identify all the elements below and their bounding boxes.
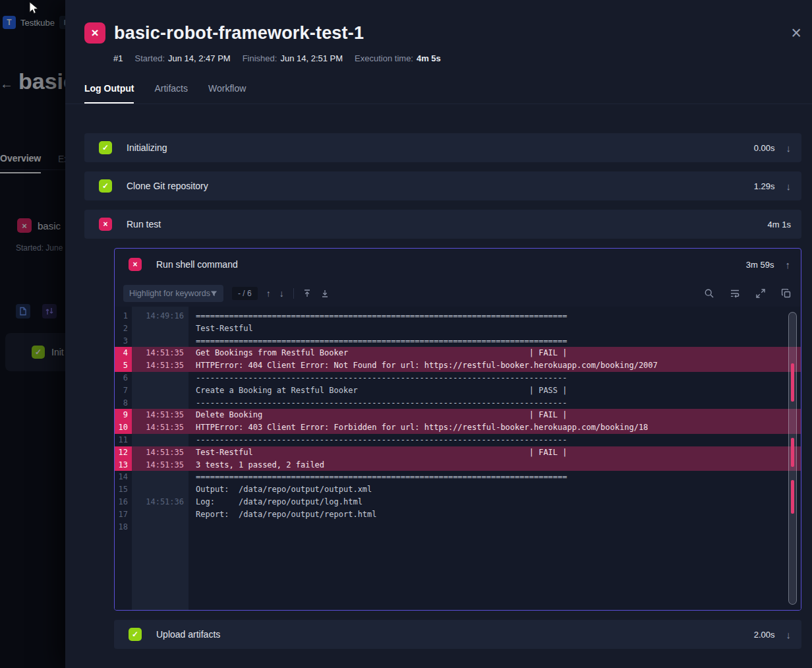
minimap-fail-marker (791, 363, 794, 401)
previous-match-arrow-up-icon[interactable]: ↑ (266, 288, 271, 299)
log-line: 14======================================… (115, 471, 801, 483)
step-row-run-test[interactable]: × Run test 4m 1s (84, 210, 801, 239)
line-text: ========================================… (188, 310, 567, 322)
chevron-down-icon[interactable]: ↓ (786, 629, 792, 640)
log-line: 3=======================================… (115, 335, 801, 348)
line-timestamp (132, 483, 188, 496)
line-number: 10 (115, 421, 132, 434)
highlight-keywords-placeholder: Highlight for keywords (129, 289, 210, 298)
filter-icon (210, 290, 218, 297)
next-match-arrow-down-icon[interactable]: ↓ (279, 288, 284, 299)
tab-workflow[interactable]: Workflow (208, 83, 246, 104)
step-label: Initializing (127, 142, 167, 153)
highlight-keywords-input[interactable]: Highlight for keywords (123, 285, 223, 302)
line-text: Get Bookings from Restful Booker | FAIL … (188, 347, 567, 359)
chevron-up-icon[interactable]: ↑ (786, 259, 791, 270)
log-lines: 114:49:16===============================… (115, 310, 801, 533)
line-timestamp: 14:51:35 (132, 459, 188, 471)
line-text (188, 521, 196, 533)
mouse-cursor (29, 1, 40, 18)
execution-card-title[interactable]: basic (38, 220, 61, 231)
divider (0, 169, 65, 170)
chevron-down-icon[interactable]: ↓ (786, 142, 792, 154)
tab-log-output[interactable]: Log Output (84, 83, 134, 104)
toolbar-divider (293, 288, 294, 299)
log-line: 18 (115, 521, 801, 533)
line-number: 1 (115, 310, 132, 322)
step-label: Run shell command (156, 259, 238, 270)
step-label: Init (51, 347, 64, 357)
line-number: 11 (115, 434, 132, 446)
minimap-fail-marker (791, 480, 794, 514)
log-line: 6---------------------------------------… (115, 372, 801, 384)
back-arrow-icon[interactable]: ← (0, 76, 13, 92)
log-line: 15Output: /data/repo/output/output.xml (115, 483, 801, 496)
line-text: HTTPError: 404 Client Error: Not Found f… (188, 359, 658, 372)
file-icon[interactable] (16, 304, 30, 319)
log-line: 7Create a Booking at Restful Booker | PA… (115, 384, 801, 397)
failed-status-icon: × (129, 258, 142, 271)
step-duration: 1.29s (754, 181, 775, 191)
line-number: 14 (115, 471, 132, 483)
close-icon[interactable]: × (791, 26, 801, 40)
steps-list: ✓ Initializing 0.00s ↓ ✓ Clone Git repos… (84, 133, 801, 649)
line-text: ========================================… (188, 471, 567, 483)
log-viewer: 114:49:16===============================… (115, 307, 801, 610)
scroll-to-bottom-icon[interactable] (320, 289, 330, 298)
line-number: 7 (115, 384, 132, 397)
line-timestamp (132, 521, 188, 533)
tab-overview[interactable]: Overview (0, 153, 41, 173)
passed-status-icon: ✓ (99, 141, 112, 154)
step-row-initializing[interactable]: ✓ Initializing 0.00s ↓ (84, 133, 801, 162)
execution-time-value: 4m 5s (417, 53, 441, 63)
step-row-upload-artifacts[interactable]: ✓ Upload artifacts 2.00s ↓ (114, 620, 801, 649)
execution-title: basic-robot-framework-test-1 (114, 23, 364, 44)
line-number: 5 (115, 359, 132, 372)
fullscreen-expand-icon[interactable] (755, 288, 766, 299)
log-line: 414:51:35Get Bookings from Restful Booke… (115, 347, 801, 359)
started-value: Jun 14, 2:47 PM (168, 53, 231, 63)
nested-steps: × Run shell command 3m 59s ↑ Highlight f… (114, 248, 801, 649)
line-number: 9 (115, 409, 132, 421)
screen: T Testkube F ← basic Overview Ex × basic… (0, 0, 812, 668)
line-text: Test-Restful (188, 322, 253, 335)
testkube-logo-icon[interactable]: T (3, 16, 16, 29)
step-duration: 4m 1s (768, 220, 791, 229)
run-shell-command-panel: × Run shell command 3m 59s ↑ Highlight f… (114, 248, 801, 611)
step-row-run-shell-command[interactable]: × Run shell command 3m 59s ↑ (115, 249, 801, 280)
line-timestamp: 14:51:35 (132, 359, 188, 372)
brand-name: Testkube (20, 18, 55, 28)
word-wrap-icon[interactable] (730, 288, 740, 299)
line-timestamp: 14:51:35 (132, 347, 188, 359)
line-number: 6 (115, 372, 132, 384)
tabs-divider (65, 104, 812, 104)
chevron-down-icon[interactable]: ↓ (786, 181, 792, 192)
execution-number: #1 (113, 53, 123, 63)
passed-status-icon: ✓ (129, 628, 142, 641)
line-number: 18 (115, 521, 132, 533)
log-scrollbar[interactable] (788, 312, 797, 605)
started-label: Started: (134, 53, 165, 63)
line-timestamp: 14:51:35 (132, 409, 188, 421)
copy-icon[interactable] (781, 288, 792, 299)
git-compare-icon[interactable] (42, 304, 57, 319)
failed-status-icon: × (17, 218, 32, 233)
line-timestamp (132, 335, 188, 348)
tab-artifacts[interactable]: Artifacts (154, 83, 188, 104)
step-label: Run test (127, 219, 161, 229)
line-timestamp (132, 397, 188, 410)
step-label: Upload artifacts (156, 629, 220, 640)
match-counter: - / 6 (232, 287, 258, 300)
line-text: Report: /data/repo/output/report.html (188, 508, 377, 521)
execution-card-subtitle: Started: June 1 (16, 243, 69, 253)
line-timestamp: 14:51:36 (132, 496, 188, 508)
passed-status-icon: ✓ (99, 179, 112, 193)
line-text: ----------------------------------------… (188, 397, 567, 410)
scroll-to-top-icon[interactable] (303, 289, 312, 298)
step-row-clone-git-repository[interactable]: ✓ Clone Git repository 1.29s ↓ (84, 171, 801, 200)
drawer-tabs: Log Output Artifacts Workflow (84, 83, 812, 104)
step-duration: 3m 59s (746, 260, 774, 270)
line-text: ========================================… (188, 335, 567, 348)
search-icon[interactable] (704, 288, 714, 299)
line-timestamp (132, 322, 188, 335)
